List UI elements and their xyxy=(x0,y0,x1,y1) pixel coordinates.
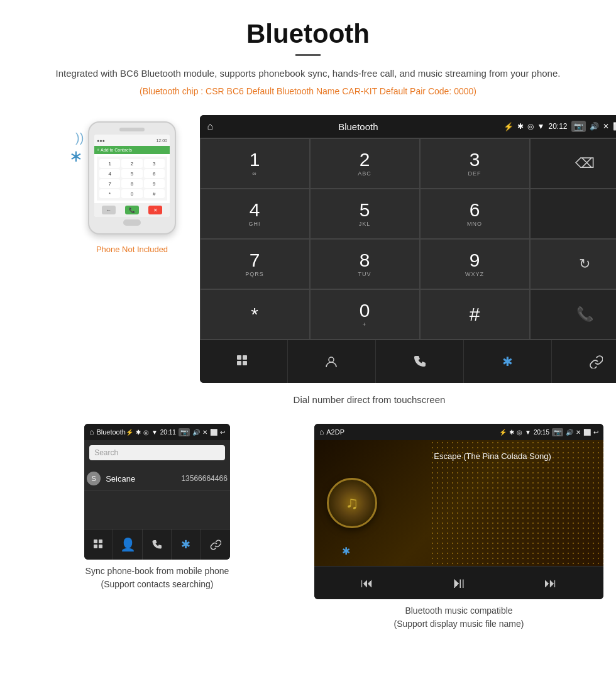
refresh-icon: ↻ xyxy=(579,256,590,272)
pb-tool-phone[interactable] xyxy=(143,529,172,560)
dial-key-2[interactable]: 2 ABC xyxy=(310,138,420,189)
next-track-btn[interactable]: ⏭ xyxy=(544,576,557,590)
contact-row: S Seicane 13566664466 xyxy=(84,467,230,491)
dial-key-8[interactable]: 8 TUV xyxy=(310,239,420,289)
phone-key-4[interactable]: 4 xyxy=(99,169,120,178)
phone-key-1[interactable]: 1 xyxy=(99,159,120,168)
call-green-icon[interactable]: 📞 xyxy=(576,306,593,323)
music-back-icon: ↩ xyxy=(593,429,598,436)
location-icon: ◎ xyxy=(527,122,534,131)
dial-key-0[interactable]: 0 + xyxy=(310,289,420,340)
bluetooth-badge-icon: ✱ xyxy=(338,543,353,558)
pb-toolbar: 👤 ✱ xyxy=(84,529,230,560)
bluetooth-status-icon: ✱ xyxy=(517,122,524,131)
backspace-icon[interactable]: ⌫ xyxy=(575,155,595,172)
main-screen: ⌂ Bluetooth ⚡ ✱ ◎ ▼ 20:12 📷 🔊 ✕ ⬜ ↩ xyxy=(200,115,617,383)
phone-screen: ●●● 12:00 + Add to Contacts 1 2 xyxy=(94,135,170,217)
phonebook-wrapper: ⌂ Bluetooth ⚡ ✱ ◎ ▼ 20:11 📷 🔊 ✕ ⬜ xyxy=(84,424,230,560)
phone-key-6[interactable]: 6 xyxy=(144,169,165,178)
phone-key-7[interactable]: 7 xyxy=(99,179,120,188)
header: Bluetooth Integrated with BC6 Bluetooth … xyxy=(0,0,616,115)
phone-key-3[interactable]: 3 xyxy=(144,159,165,168)
phone-key-8[interactable]: 8 xyxy=(121,179,142,188)
dial-key-4[interactable]: 4 GHI xyxy=(200,189,310,239)
pb-caption: Sync phone-book from mobile phone (Suppo… xyxy=(85,565,229,591)
close-icon[interactable]: ✕ xyxy=(603,122,609,131)
dial-cell-empty-2 xyxy=(530,189,617,239)
music-close-icon: ✕ xyxy=(576,429,581,436)
dial-key-3[interactable]: 3 DEF xyxy=(420,138,530,189)
home-icon[interactable]: ⌂ xyxy=(207,121,214,132)
dial-cell-empty-3: 📞 xyxy=(530,289,617,340)
music-home-icon: ⌂ xyxy=(319,428,324,436)
pb-cam-icon: 📷 xyxy=(179,428,190,436)
pb-tool-grid[interactable] xyxy=(84,529,113,560)
svg-rect-5 xyxy=(94,539,97,543)
window-icon[interactable]: ⬜ xyxy=(613,122,617,131)
music-screen-container: ⌂ A2DP ⚡ ✱ ◎ ▼ 20:15 📷 🔊 ✕ ⬜ ↩ xyxy=(314,424,603,599)
phone-time-small: 12:00 xyxy=(156,138,167,143)
dial-key-5[interactable]: 5 JKL xyxy=(310,189,420,239)
dialpad-grid: 1 ∞ 2 ABC 3 DEF ⌫ xyxy=(200,138,617,340)
phone-bottom-bar: ← 📞 ✕ xyxy=(94,203,170,217)
toolbar-bluetooth-btn[interactable]: ✱ xyxy=(464,340,552,383)
pb-tool-bluetooth[interactable]: ✱ xyxy=(172,529,201,560)
middle-section: ∗ )) ●●● 12:00 + Add to Contacts xyxy=(0,115,616,418)
phone-key-0[interactable]: 0 xyxy=(121,189,142,198)
toolbar-link-btn[interactable] xyxy=(552,340,617,383)
status-bar-left: ⌂ xyxy=(207,121,214,132)
svg-rect-3 xyxy=(243,361,247,365)
pb-back-icon: ↩ xyxy=(220,429,225,436)
phone-home-btn[interactable] xyxy=(123,219,141,226)
phone-back-btn[interactable]: ← xyxy=(102,206,116,214)
music-cam-icon: 📷 xyxy=(552,428,563,436)
camera-icon[interactable]: 📷 xyxy=(571,121,586,132)
toolbar-phone-btn[interactable] xyxy=(376,340,464,383)
phone-key-hash[interactable]: # xyxy=(144,189,165,198)
add-contacts-label: Add to Contacts xyxy=(101,148,132,152)
bottom-screenshots: ⌂ Bluetooth ⚡ ✱ ◎ ▼ 20:11 📷 🔊 ✕ ⬜ xyxy=(0,418,616,643)
plus-icon: + xyxy=(97,148,99,152)
pb-vol-icon: 🔊 xyxy=(192,429,200,436)
page-description: Integrated with BC6 Bluetooth module, su… xyxy=(38,66,578,81)
phone-key-9[interactable]: 9 xyxy=(144,179,165,188)
dial-key-1[interactable]: 1 ∞ xyxy=(200,138,310,189)
phone-key-star[interactable]: * xyxy=(99,189,120,198)
toolbar-grid-btn[interactable] xyxy=(200,340,288,383)
pb-caption-line2: (Support contacts searching) xyxy=(101,579,214,589)
dial-key-9[interactable]: 9 WXYZ xyxy=(420,239,530,289)
music-caption-line1: Bluetooth music compatible xyxy=(405,606,512,616)
pb-tool-contact[interactable]: 👤 xyxy=(113,529,142,560)
phone-not-included-label: Phone Not Included xyxy=(96,245,168,254)
pb-empty-area xyxy=(84,491,230,529)
svg-rect-2 xyxy=(237,361,241,365)
dial-key-7[interactable]: 7 PQRS xyxy=(200,239,310,289)
dial-cell-empty-1: ⌫ xyxy=(530,138,617,189)
svg-rect-7 xyxy=(94,545,97,548)
dial-key-6[interactable]: 6 MNO xyxy=(420,189,530,239)
phone-end-btn[interactable]: ✕ xyxy=(148,206,162,214)
volume-icon[interactable]: 🔊 xyxy=(590,122,599,131)
pb-search-bar[interactable]: Search xyxy=(89,445,225,460)
music-note-icon: ♫ xyxy=(346,493,359,513)
dial-key-hash[interactable]: # xyxy=(420,289,530,340)
music-caption: Bluetooth music compatible (Support disp… xyxy=(394,604,524,631)
pb-search-area: Search 🔍 📞 ↻ xyxy=(84,440,230,467)
prev-track-btn[interactable]: ⏮ xyxy=(361,576,373,590)
music-time: 20:15 xyxy=(534,429,549,436)
phone-call-btn[interactable]: 📞 xyxy=(125,206,139,214)
phone-key-5[interactable]: 5 xyxy=(121,169,142,178)
svg-rect-0 xyxy=(237,355,241,360)
dial-refresh[interactable]: ↻ xyxy=(530,239,617,289)
signal-icon: ▼ xyxy=(537,122,545,131)
status-bar-title: Bluetooth xyxy=(213,121,503,132)
toolbar-contact-btn[interactable] xyxy=(288,340,376,383)
phone-dialpad: 1 2 3 4 5 6 7 8 9 * 0 # xyxy=(97,157,167,201)
pb-status-bar: ⌂ Bluetooth ⚡ ✱ ◎ ▼ 20:11 📷 🔊 ✕ ⬜ xyxy=(84,424,230,440)
play-pause-btn[interactable]: ⏯ xyxy=(451,574,466,592)
dial-key-star[interactable]: * xyxy=(200,289,310,340)
music-album-art: ♫ xyxy=(327,478,377,528)
phone-key-2[interactable]: 2 xyxy=(121,159,142,168)
music-bt-icon: ✱ xyxy=(509,429,514,436)
pb-tool-link[interactable] xyxy=(201,529,229,560)
